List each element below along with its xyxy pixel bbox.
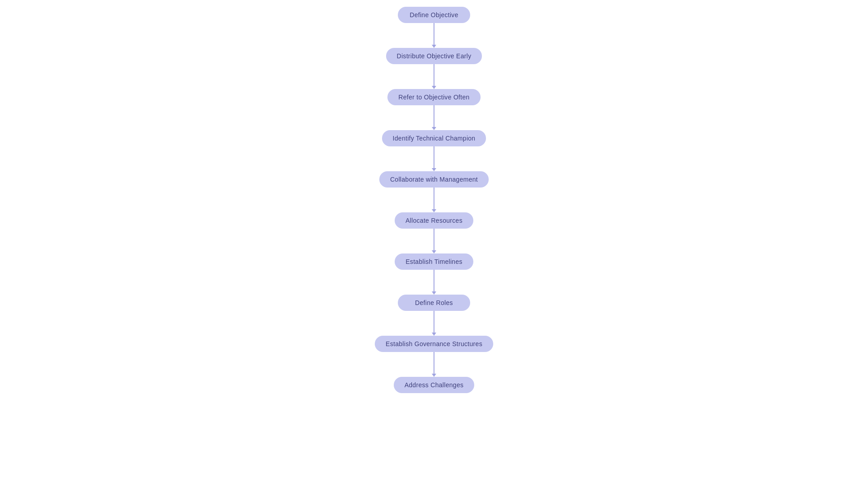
connector-0 xyxy=(432,23,436,48)
flow-node-define-objective: Define Objective xyxy=(398,7,470,23)
connector-line xyxy=(434,270,434,291)
connector-line xyxy=(434,105,434,127)
connector-arrow xyxy=(432,291,436,295)
connector-arrow xyxy=(432,127,436,130)
connector-6 xyxy=(432,270,436,295)
connector-line xyxy=(434,352,434,374)
flowchart: Define ObjectiveDistribute Objective Ear… xyxy=(0,0,868,393)
flow-node-identify-technical-champion: Identify Technical Champion xyxy=(382,130,486,146)
connector-5 xyxy=(432,229,436,253)
flow-node-collaborate-with-management: Collaborate with Management xyxy=(379,171,489,188)
flow-node-allocate-resources: Allocate Resources xyxy=(395,212,473,229)
connector-arrow xyxy=(432,168,436,171)
flow-node-establish-timelines: Establish Timelines xyxy=(395,253,473,270)
flow-node-distribute-objective-early: Distribute Objective Early xyxy=(386,48,482,64)
connector-line xyxy=(434,64,434,86)
connector-arrow xyxy=(432,250,436,253)
flow-node-establish-governance-structures: Establish Governance Structures xyxy=(375,336,493,352)
connector-1 xyxy=(432,64,436,89)
connector-4 xyxy=(432,188,436,212)
flow-node-refer-to-objective-often: Refer to Objective Often xyxy=(387,89,480,105)
connector-3 xyxy=(432,146,436,171)
connector-2 xyxy=(432,105,436,130)
flow-node-define-roles: Define Roles xyxy=(398,295,470,311)
connector-8 xyxy=(432,352,436,377)
connector-line xyxy=(434,188,434,209)
connector-line xyxy=(434,311,434,333)
connector-7 xyxy=(432,311,436,336)
connector-arrow xyxy=(432,374,436,377)
connector-arrow xyxy=(432,45,436,48)
flow-node-address-challenges: Address Challenges xyxy=(394,377,475,393)
connector-arrow xyxy=(432,86,436,89)
connector-line xyxy=(434,23,434,45)
connector-arrow xyxy=(432,209,436,212)
connector-line xyxy=(434,229,434,250)
connector-arrow xyxy=(432,333,436,336)
connector-line xyxy=(434,146,434,168)
